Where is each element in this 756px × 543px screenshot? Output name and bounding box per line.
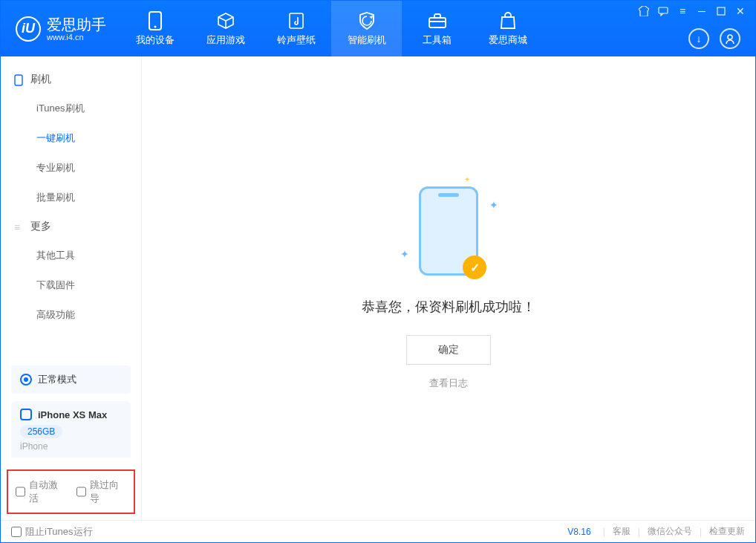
skip-wizard-input[interactable]: [76, 487, 86, 497]
group-title: 更多: [30, 220, 51, 233]
tab-label: 爱思商城: [489, 33, 527, 47]
shield-icon: [357, 11, 377, 30]
checkbox-block-itunes[interactable]: 阻止iTunes运行: [11, 525, 93, 539]
logo: iU 爱思助手 www.i4.cn: [1, 1, 120, 56]
main-tabs: 我的设备 应用游戏 铃声壁纸 智能刷机 工具箱 爱思商城: [120, 1, 543, 56]
phone-outline-icon: [14, 74, 25, 85]
checkbox-auto-activate[interactable]: 自动激活: [16, 478, 66, 505]
sparkle-icon: ✦: [464, 175, 470, 183]
close-icon[interactable]: ✕: [734, 5, 746, 17]
sidebar-item-other-tools[interactable]: 其他工具: [1, 241, 141, 270]
svg-rect-2: [290, 13, 303, 28]
sidebar-item-oneclick-flash[interactable]: 一键刷机: [1, 123, 141, 153]
sparkle-icon: ✦: [489, 199, 498, 211]
block-itunes-input[interactable]: [11, 527, 22, 537]
maximize-icon[interactable]: [715, 5, 727, 17]
mode-label: 正常模式: [38, 373, 76, 386]
tab-store[interactable]: 爱思商城: [472, 1, 543, 56]
tab-toolbox[interactable]: 工具箱: [402, 1, 472, 56]
tab-label: 我的设备: [136, 33, 175, 47]
feedback-icon[interactable]: [657, 5, 669, 17]
status-bar: 阻止iTunes运行 V8.16 | 客服 | 微信公众号 | 检查更新: [1, 520, 755, 542]
user-icon[interactable]: [720, 28, 740, 49]
block-itunes-label: 阻止iTunes运行: [25, 525, 93, 539]
header-actions: ↓: [688, 28, 740, 49]
footer-link-support[interactable]: 客服: [613, 525, 630, 538]
view-log-link[interactable]: 查看日志: [429, 377, 468, 390]
checkmark-badge-icon: ✓: [463, 256, 486, 279]
sidebar-item-advanced[interactable]: 高级功能: [1, 300, 141, 330]
tab-label: 工具箱: [423, 33, 452, 47]
svg-rect-3: [429, 18, 446, 27]
app-header: iU 爱思助手 www.i4.cn 我的设备 应用游戏 铃声壁纸 智能刷机: [1, 1, 755, 56]
toolbox-icon: [428, 11, 447, 30]
success-phone-illustration: ✦ ✦ ✦ ✓: [419, 186, 478, 276]
mode-indicator-icon: [20, 374, 32, 386]
tab-label: 智能刷机: [348, 33, 386, 47]
svg-point-6: [728, 35, 732, 39]
sidebar-item-pro-flash[interactable]: 专业刷机: [1, 153, 141, 183]
footer-link-update[interactable]: 检查更新: [709, 525, 745, 538]
device-icon: [20, 409, 32, 420]
app-url: www.i4.cn: [47, 33, 106, 42]
sidebar-group-more: ≡ 更多: [1, 212, 141, 241]
minimize-icon[interactable]: ─: [696, 5, 708, 17]
music-note-icon: [287, 11, 306, 30]
group-title: 刷机: [30, 73, 51, 86]
tab-label: 应用游戏: [206, 33, 245, 47]
skin-icon[interactable]: [638, 5, 650, 17]
phone-icon: [146, 11, 165, 30]
logo-icon: iU: [16, 16, 41, 42]
footer-link-wechat[interactable]: 微信公众号: [648, 525, 692, 538]
auto-activate-input[interactable]: [16, 487, 25, 497]
cube-icon: [216, 11, 235, 30]
list-icon: ≡: [14, 221, 25, 232]
device-type: iPhone: [20, 441, 122, 452]
app-name: 爱思助手: [47, 16, 106, 33]
content-area: ✦ ✦ ✦ ✓ 恭喜您，保资料刷机成功啦！ 确定 查看日志: [142, 56, 755, 520]
tab-label: 铃声壁纸: [277, 33, 316, 47]
sidebar-group-flash: 刷机: [1, 65, 141, 94]
tab-apps-games[interactable]: 应用游戏: [190, 1, 261, 56]
skip-wizard-label: 跳过向导: [90, 478, 126, 505]
tab-smart-flash[interactable]: 智能刷机: [331, 1, 402, 56]
menu-icon[interactable]: ≡: [677, 5, 688, 17]
ok-button[interactable]: 确定: [406, 335, 491, 365]
sidebar: 刷机 iTunes刷机 一键刷机 专业刷机 批量刷机 ≡ 更多 其他工具 下载固…: [1, 56, 142, 520]
shopping-bag-icon: [498, 11, 518, 30]
auto-activate-label: 自动激活: [29, 478, 65, 505]
sparkle-icon: ✦: [400, 248, 409, 260]
window-controls: ≡ ─ ✕: [638, 5, 746, 17]
svg-rect-7: [15, 75, 22, 85]
sidebar-item-batch-flash[interactable]: 批量刷机: [1, 183, 141, 212]
checkbox-skip-wizard[interactable]: 跳过向导: [76, 478, 127, 505]
svg-rect-4: [659, 7, 668, 13]
sidebar-item-download-firmware[interactable]: 下载固件: [1, 270, 141, 300]
version-label: V8.16: [567, 527, 590, 537]
mode-card[interactable]: 正常模式: [11, 365, 131, 394]
tab-ringtones-wallpapers[interactable]: 铃声壁纸: [261, 1, 331, 56]
device-card[interactable]: iPhone XS Max 256GB iPhone: [11, 401, 131, 458]
download-icon[interactable]: ↓: [688, 28, 709, 49]
tab-my-device[interactable]: 我的设备: [120, 1, 190, 56]
svg-rect-5: [717, 7, 725, 15]
svg-point-1: [154, 25, 156, 27]
sidebar-item-itunes-flash[interactable]: iTunes刷机: [1, 94, 141, 123]
success-message: 恭喜您，保资料刷机成功啦！: [362, 298, 535, 316]
device-capacity: 256GB: [20, 425, 62, 438]
options-highlight-box: 自动激活 跳过向导: [7, 469, 135, 514]
device-name: iPhone XS Max: [38, 409, 107, 420]
